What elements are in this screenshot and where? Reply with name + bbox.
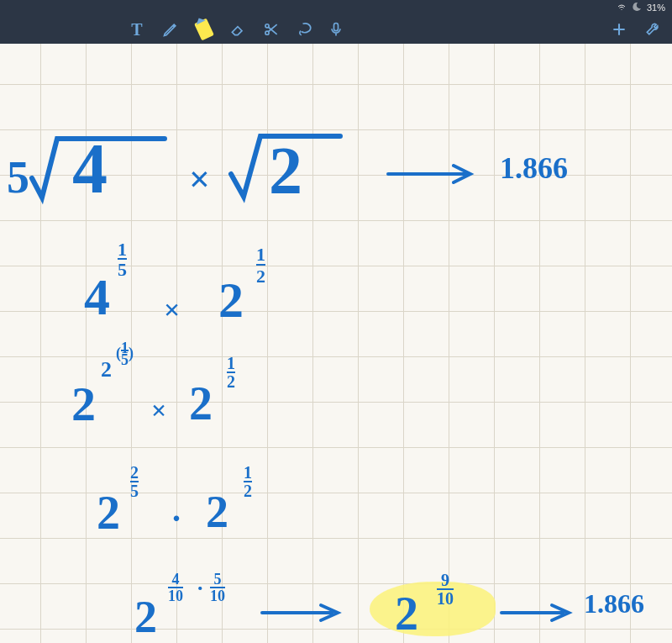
arrow-icon: [260, 603, 344, 625]
svg-point-1: [265, 31, 269, 34]
handwriting: 2: [71, 380, 96, 429]
svg-text:2: 2: [269, 134, 302, 208]
handwriting: 12: [256, 245, 265, 286]
handwriting: ·: [172, 502, 181, 535]
handwriting: 2: [231, 128, 349, 210]
pen-tool-button[interactable]: [161, 20, 180, 39]
handwriting: ·: [197, 577, 203, 599]
highlight: [370, 582, 496, 636]
dnd-moon-icon: [632, 2, 642, 13]
lasso-tool-button[interactable]: [296, 20, 314, 39]
battery-text: 31%: [647, 3, 665, 13]
handwriting: 410: [168, 572, 183, 603]
wifi-icon: [617, 2, 627, 13]
handwriting: ×: [164, 296, 180, 324]
handwriting: 1.866: [500, 153, 568, 183]
svg-point-0: [265, 24, 269, 28]
arrow-icon: [500, 603, 575, 625]
text-tool-button[interactable]: T: [128, 20, 146, 39]
handwriting: 25: [130, 464, 139, 499]
status-bar: 31%: [0, 0, 672, 15]
eraser-tool-button[interactable]: [228, 20, 247, 39]
handwriting: 2: [395, 590, 418, 637]
scissors-tool-button[interactable]: [262, 20, 281, 39]
handwriting: (15): [116, 342, 134, 366]
handwriting: 5 4: [7, 132, 166, 216]
handwriting: 1.866: [584, 590, 644, 617]
svg-text:4: 4: [72, 129, 108, 208]
handwriting: 2: [97, 489, 120, 536]
handwriting: 2: [189, 380, 213, 427]
handwriting: 2: [134, 594, 157, 640]
arrow-icon: [386, 161, 479, 189]
handwriting: 12: [227, 355, 235, 390]
handwriting: 12: [244, 464, 252, 499]
handwriting: ×: [189, 161, 210, 198]
handwriting: 4: [84, 271, 110, 323]
note-canvas[interactable]: 5 4 × 2 1.866 4 15 × 2 12 2 2 (15) × 2 1…: [0, 44, 672, 643]
svg-text:5: 5: [7, 152, 29, 203]
settings-wrench-button[interactable]: [643, 20, 662, 39]
handwriting: ×: [151, 397, 166, 424]
handwriting: 15: [118, 241, 127, 278]
handwriting: 2: [218, 275, 244, 325]
svg-rect-2: [334, 24, 339, 31]
add-button[interactable]: [610, 20, 628, 39]
handwriting: 510: [210, 572, 225, 603]
handwriting: 2: [206, 489, 228, 535]
microphone-button[interactable]: [327, 20, 345, 39]
toolbar: T: [0, 15, 672, 44]
handwriting: 2: [101, 359, 112, 381]
highlighter-tool-button[interactable]: [195, 20, 213, 39]
handwriting: 910: [437, 572, 454, 607]
